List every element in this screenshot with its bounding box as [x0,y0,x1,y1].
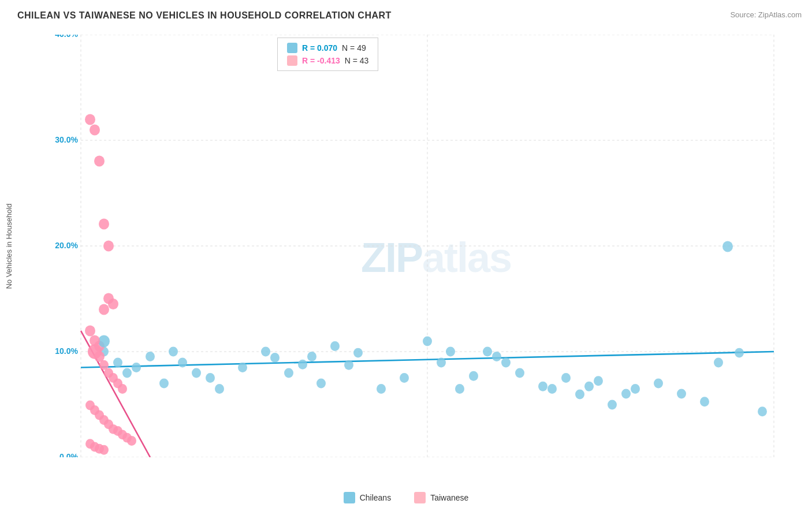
svg-point-67 [94,155,105,166]
svg-point-63 [735,348,744,358]
bottom-legend-chileans: Chileans [344,492,391,503]
svg-point-44 [469,371,478,381]
svg-point-59 [677,389,686,399]
svg-point-52 [575,390,584,400]
source-label: Source: ZipAtlas.com [730,10,802,19]
svg-point-18 [113,358,122,368]
svg-point-68 [99,218,109,229]
svg-text:10.0%: 10.0% [55,346,78,356]
svg-point-69 [103,240,114,251]
svg-point-25 [192,368,201,378]
svg-point-36 [344,360,353,370]
svg-point-62 [722,241,733,252]
svg-point-26 [206,373,215,383]
svg-point-39 [400,373,409,383]
svg-point-93 [127,436,136,446]
svg-point-58 [654,379,663,389]
svg-point-97 [99,445,109,455]
svg-point-55 [608,400,617,410]
svg-point-65 [85,114,95,125]
scatter-plot: 40.0% 30.0% 20.0% 10.0% 0.0% 0.0% 15.0% [46,35,789,457]
svg-point-19 [122,368,132,378]
bottom-legend-box-taiwanese [414,492,426,503]
svg-text:30.0%: 30.0% [55,135,78,144]
svg-point-43 [455,384,464,394]
svg-point-29 [261,347,270,357]
bottom-legend-box-chileans [344,492,355,503]
svg-point-75 [98,335,110,347]
svg-point-53 [584,382,594,391]
y-axis-label: No Vehicles in Household [0,35,17,457]
svg-point-24 [178,358,187,368]
svg-point-48 [515,368,524,378]
svg-point-33 [307,352,316,361]
svg-point-76 [85,326,95,337]
svg-text:0.0%: 0.0% [59,452,78,457]
svg-point-47 [501,358,511,368]
svg-point-45 [483,347,492,357]
svg-text:20.0%: 20.0% [55,241,78,250]
bottom-legend-taiwanese: Taiwanese [414,492,468,503]
svg-point-60 [700,397,709,406]
svg-point-38 [377,384,386,394]
svg-point-32 [298,360,307,370]
svg-point-50 [547,384,557,394]
svg-point-46 [492,352,501,361]
svg-point-22 [159,379,169,389]
chart-container: CHILEAN VS TAIWANESE NO VEHICLES IN HOUS… [0,0,812,515]
svg-point-27 [215,384,224,394]
svg-point-77 [90,335,100,346]
svg-point-30 [270,353,280,363]
svg-point-61 [714,358,723,368]
svg-point-56 [621,389,631,399]
svg-point-64 [758,406,767,416]
svg-point-70 [99,304,109,315]
chart-title: CHILEAN VS TAIWANESE NO VEHICLES IN HOUS… [17,10,392,21]
svg-point-42 [446,347,455,357]
svg-text:40.0%: 40.0% [55,35,78,39]
svg-point-40 [423,337,432,346]
svg-point-34 [316,379,326,389]
bottom-legend-label-taiwanese: Taiwanese [430,493,468,502]
svg-point-23 [169,347,178,357]
svg-point-21 [146,352,155,361]
svg-point-57 [631,384,640,394]
svg-point-20 [132,363,141,372]
svg-point-41 [437,358,446,368]
svg-point-28 [238,363,247,372]
svg-point-83 [118,384,127,394]
svg-point-54 [594,376,603,386]
svg-point-31 [284,368,293,378]
svg-point-72 [108,298,118,309]
svg-point-35 [330,341,340,351]
svg-point-51 [561,373,571,383]
svg-point-49 [538,382,547,391]
svg-point-37 [353,348,363,358]
bottom-legend-label-chileans: Chileans [360,493,391,502]
svg-point-66 [90,124,100,135]
bottom-legend: Chileans Taiwanese [0,492,812,503]
